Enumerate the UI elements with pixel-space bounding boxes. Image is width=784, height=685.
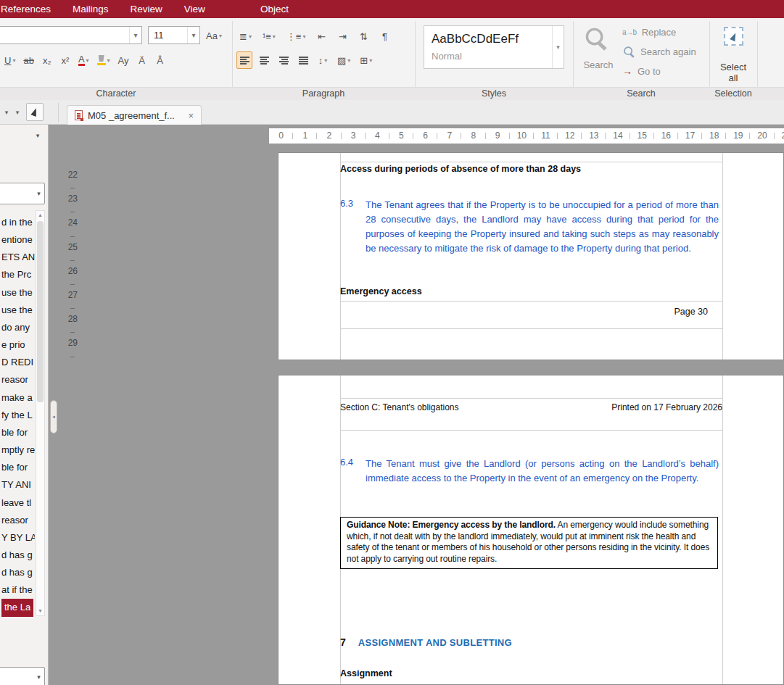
- scroll-down-icon[interactable]: ▼: [36, 607, 44, 615]
- change-case-button[interactable]: Aa ▾: [203, 27, 225, 44]
- shrink-font-button[interactable]: Â: [152, 51, 168, 69]
- grow-font-button[interactable]: Ä: [134, 51, 150, 69]
- document-tab-label: M05 _agreement_f...: [88, 110, 175, 121]
- goto-button[interactable]: → Go to: [622, 63, 696, 79]
- select-all-label[interactable]: Select all: [712, 62, 754, 83]
- list-item[interactable]: Y BY LA: [1, 529, 35, 547]
- ribbon-tab[interactable]: Mailings: [62, 0, 120, 18]
- strikethrough-button[interactable]: ab: [20, 51, 36, 69]
- list-item[interactable]: the La: [1, 599, 33, 616]
- list-item[interactable]: D REDI: [1, 354, 35, 371]
- borders-button[interactable]: ⊞▾: [357, 51, 375, 69]
- pane-dropdown-button[interactable]: ▾: [32, 130, 44, 141]
- subscript-button[interactable]: x₂: [39, 51, 55, 69]
- styles-gallery[interactable]: AaBbCcDdEeFf Normal ▾: [424, 25, 564, 69]
- chevron-down-icon[interactable]: ▾: [129, 27, 141, 43]
- list-item[interactable]: ETS AN: [1, 249, 35, 266]
- list-item[interactable]: use the: [1, 302, 35, 319]
- bullet-list-icon: ≣: [239, 31, 247, 42]
- pane-bottom-combobox[interactable]: ▾: [0, 667, 45, 685]
- search-again-label: Search again: [640, 46, 696, 57]
- toolbar-dropdown-button[interactable]: ▾: [1, 104, 12, 120]
- pane-top-combobox[interactable]: ▾: [0, 183, 45, 204]
- chevron-down-icon[interactable]: ▾: [33, 673, 44, 681]
- search-button[interactable]: [585, 27, 607, 54]
- document-page-1[interactable]: Access during periods of absence of more…: [278, 152, 784, 360]
- page-footer: Page 30: [340, 307, 718, 317]
- ribbon-tab[interactable]: Object: [249, 0, 300, 18]
- select-all-button[interactable]: [724, 27, 743, 46]
- list-item[interactable]: use the: [1, 284, 35, 302]
- clause-6-4-text: The Tenant must give the Landlord (or pe…: [366, 457, 719, 486]
- superscript-button[interactable]: x²: [57, 51, 73, 69]
- shading-button[interactable]: ▨▾: [334, 51, 353, 69]
- numbered-list-button[interactable]: ¹≡▾: [260, 28, 278, 45]
- goto-label: Go to: [637, 66, 661, 77]
- chevron-down-icon[interactable]: ▾: [187, 27, 199, 43]
- pointer-tool-button[interactable]: [26, 103, 44, 121]
- ruler-number: 17: [678, 128, 702, 144]
- list-item[interactable]: do any: [1, 319, 32, 336]
- pointer-icon: [30, 107, 38, 117]
- ribbon-tab[interactable]: Review: [120, 0, 173, 18]
- list-item[interactable]: ble for: [1, 424, 30, 441]
- list-item[interactable]: entione: [1, 231, 35, 249]
- list-item[interactable]: make a: [1, 389, 35, 407]
- list-item[interactable]: e prio: [1, 336, 28, 354]
- list-item[interactable]: d in the: [1, 214, 35, 231]
- decrease-indent-button[interactable]: ⇤: [313, 28, 329, 45]
- shrink-font-icon: Â: [157, 55, 163, 66]
- bullet-list-button[interactable]: ≣▾: [236, 28, 255, 45]
- guidance-note-box: Guidance Note: Emergency access by the l…: [340, 517, 718, 569]
- styles-gallery-arrow[interactable]: ▾: [552, 26, 564, 68]
- list-item[interactable]: ble for: [1, 459, 30, 476]
- search-button-label[interactable]: Search: [574, 59, 622, 70]
- sort-button[interactable]: ⇅: [355, 28, 371, 45]
- list-item[interactable]: fy the L: [1, 407, 35, 424]
- style-name: Normal: [424, 46, 564, 62]
- pane-scrollbar[interactable]: ▲ ▼: [36, 210, 45, 616]
- multilevel-list-button[interactable]: ⋮≡▾: [284, 28, 309, 45]
- ribbon-tab-bar: ReferencesMailingsReviewViewObject: [0, 0, 784, 18]
- list-item[interactable]: mptly re: [1, 441, 35, 459]
- document-page-2[interactable]: Section C: Tenant's obligations Printed …: [278, 375, 784, 685]
- list-item[interactable]: reasor: [1, 371, 30, 389]
- chevron-down-icon: ▾: [86, 57, 89, 64]
- line-spacing-button[interactable]: ↕▾: [315, 51, 331, 69]
- list-item[interactable]: TY ANI: [1, 476, 33, 494]
- align-center-button[interactable]: [256, 51, 272, 69]
- list-item[interactable]: at if the: [1, 581, 35, 599]
- replace-button[interactable]: a→b Replace: [622, 24, 696, 40]
- heading-absence: Access during periods of absence of more…: [340, 164, 581, 174]
- increase-indent-button[interactable]: ⇥: [334, 28, 350, 45]
- change-case-icon: Aa: [206, 30, 218, 41]
- list-item[interactable]: d has g: [1, 564, 35, 581]
- justify-button[interactable]: [295, 51, 311, 69]
- document-tab[interactable]: M05 _agreement_f... ×: [67, 105, 202, 125]
- ribbon-tab[interactable]: View: [173, 0, 216, 18]
- list-item[interactable]: d has g: [1, 547, 35, 564]
- font-name-combo[interactable]: ▾: [0, 26, 142, 44]
- formatting-marks-button[interactable]: ¶: [376, 28, 392, 45]
- scrollbar-thumb[interactable]: [37, 221, 44, 402]
- align-center-icon: [260, 57, 269, 65]
- kerning-button[interactable]: Ay: [115, 51, 132, 69]
- list-item[interactable]: the Prc: [1, 266, 33, 283]
- highlight-button[interactable]: ▾: [94, 51, 113, 69]
- ribbon-tab[interactable]: References: [0, 0, 62, 18]
- close-icon[interactable]: ×: [188, 110, 194, 121]
- pane-splitter-handle[interactable]: ◂: [50, 400, 57, 433]
- underline-button[interactable]: U▾: [1, 51, 18, 69]
- align-left-button[interactable]: [236, 51, 252, 69]
- toolbar-dropdown-button[interactable]: ▾: [12, 104, 22, 120]
- scroll-up-icon[interactable]: ▲: [36, 211, 44, 220]
- list-item[interactable]: leave tl: [1, 494, 33, 512]
- search-again-button[interactable]: Search again: [622, 43, 696, 59]
- font-color-button[interactable]: A▾: [75, 51, 92, 69]
- font-size-combo[interactable]: 11 ▾: [148, 26, 200, 44]
- chevron-down-icon[interactable]: ▾: [33, 190, 44, 197]
- align-right-button[interactable]: [276, 51, 292, 69]
- indent-icon: ⇥: [339, 31, 347, 42]
- list-item[interactable]: reasor: [1, 512, 30, 529]
- ruler-number: 8: [461, 128, 485, 144]
